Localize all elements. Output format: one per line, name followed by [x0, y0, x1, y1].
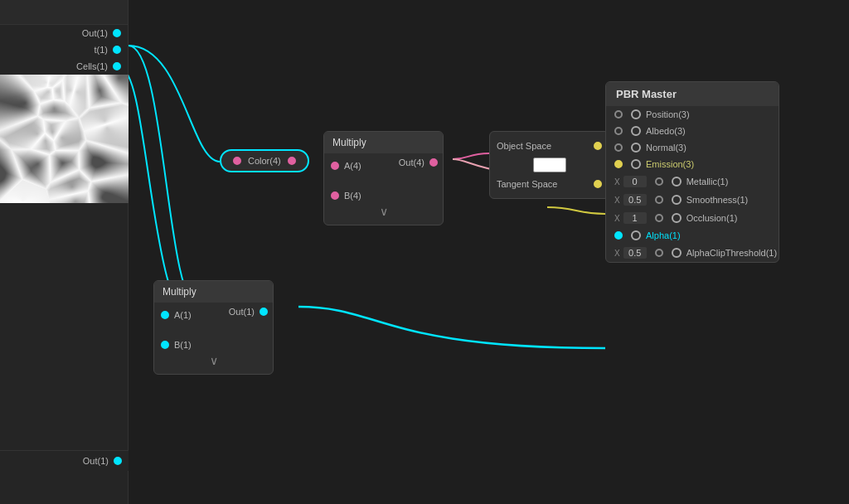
color-swatch[interactable]: [533, 158, 566, 172]
left-panel: Out(1) t(1) Cells(1) (1): [0, 0, 129, 504]
pbr-metallic-input[interactable]: X: [614, 176, 647, 187]
pbr-metallic-port-left[interactable]: [655, 177, 663, 186]
pbr-alphaclip-input[interactable]: X: [614, 247, 647, 259]
t1-port[interactable]: [113, 46, 121, 54]
pbr-albedo-circle[interactable]: [631, 126, 641, 136]
pbr-alpha-circle[interactable]: [631, 230, 641, 240]
pbr-position-label: Position(3): [646, 109, 690, 119]
multiply-bottom-chevron[interactable]: ∨: [154, 352, 273, 369]
multiply-top-b-port[interactable]: [331, 191, 339, 200]
multiply-top-out-row: Out(4): [324, 155, 443, 170]
pbr-emission-port-left[interactable]: [614, 160, 623, 168]
multiply-top-b-label: B(4): [344, 191, 361, 201]
pbr-occlusion-label: Occlusion(1): [686, 213, 738, 223]
bottom-out1-label: Out(1): [83, 456, 109, 466]
bottom-out1-port[interactable]: [114, 457, 122, 465]
pbr-normal-label: Normal(3): [646, 143, 686, 153]
pbr-albedo-label: Albedo(3): [646, 126, 686, 136]
pbr-emission-row: Emission(3): [606, 156, 779, 172]
pbr-occlusion-port-left[interactable]: [655, 214, 663, 222]
multiply-top-b-row: B(4): [324, 188, 443, 203]
pbr-smoothness-row: X Smoothness(1): [606, 191, 779, 209]
out1-label: Out(1): [82, 28, 108, 38]
pbr-smoothness-x: X: [614, 196, 620, 205]
multiply-bottom-out-label: Out(1): [229, 307, 255, 317]
object-space-label: Object Space: [497, 141, 551, 151]
multiply-bottom-b-row: B(1): [154, 337, 273, 352]
pbr-alpha-port-left[interactable]: [614, 231, 623, 240]
pbr-master-header: PBR Master: [606, 82, 779, 106]
multiply-top-out-port[interactable]: [429, 158, 438, 167]
pbr-smoothness-input[interactable]: X: [614, 194, 647, 206]
multiply-bottom-b-label: B(1): [174, 340, 192, 350]
pbr-albedo-port-left[interactable]: [614, 127, 623, 135]
t1-label: t(1): [95, 45, 109, 55]
preview-canvas: [0, 75, 129, 203]
pbr-alphaclip-port-left[interactable]: [655, 249, 663, 257]
multiply-top-header: Multiply: [324, 132, 443, 153]
pbr-smoothness-value[interactable]: [623, 194, 647, 206]
tangent-space-row: Tangent Space: [490, 175, 609, 193]
tangent-space-label: Tangent Space: [497, 179, 557, 189]
object-space-port[interactable]: [594, 142, 602, 150]
pbr-albedo-row: Albedo(3): [606, 123, 779, 139]
normal-map-node: Object Space Tangent Space: [489, 131, 609, 199]
bottom-left-node: Out(1): [0, 450, 129, 471]
color-node[interactable]: Color(4): [220, 149, 309, 172]
pbr-metallic-x: X: [614, 177, 620, 187]
pbr-occlusion-circle[interactable]: [672, 213, 682, 223]
normal-map-body: Object Space Tangent Space: [490, 132, 609, 198]
pbr-smoothness-port-left[interactable]: [655, 196, 663, 204]
node-editor-canvas: Out(1) t(1) Cells(1) (1) Color(4) Multip…: [0, 0, 849, 504]
pbr-alphaclip-value[interactable]: [623, 247, 647, 259]
pbr-alphaclip-label: AlphaClipThreshold(1): [686, 248, 777, 258]
multiply-bottom-out-port[interactable]: [260, 308, 268, 316]
multiply-bottom-out-row: Out(1): [154, 304, 273, 319]
multiply-top-node: Multiply A(4) Out(4) B(4) ∨: [323, 131, 444, 225]
color-swatch-row: [490, 155, 609, 175]
cells1-port[interactable]: [113, 62, 121, 70]
pbr-emission-circle[interactable]: [631, 159, 641, 169]
pbr-metallic-value[interactable]: [623, 176, 647, 187]
out1-port[interactable]: [113, 29, 121, 37]
pbr-position-port-left[interactable]: [614, 110, 623, 119]
multiply-top-out-label: Out(4): [399, 158, 424, 167]
multiply-bottom-b-port[interactable]: [161, 341, 169, 349]
pbr-alphaclip-circle[interactable]: [672, 248, 682, 258]
color-label: Color(4): [248, 156, 281, 166]
color-port-left[interactable]: [233, 157, 241, 165]
multiply-top-chevron[interactable]: ∨: [324, 203, 443, 220]
pbr-normal-circle[interactable]: [631, 143, 641, 153]
pbr-occlusion-input[interactable]: X: [614, 212, 647, 224]
object-space-row: Object Space: [490, 137, 609, 155]
pbr-alphaclip-row: X AlphaClipThreshold(1): [606, 244, 779, 262]
pbr-alphaclip-x: X: [614, 249, 620, 258]
pbr-metallic-row: X Metallic(1): [606, 172, 779, 191]
color-port-right[interactable]: [288, 157, 296, 165]
multiply-top-body: A(4) Out(4) B(4) ∨: [324, 153, 443, 225]
pbr-emission-label: Emission(3): [646, 159, 694, 169]
tangent-space-port[interactable]: [594, 180, 602, 188]
pbr-normal-row: Normal(3): [606, 139, 779, 156]
cells1-label: Cells(1): [76, 61, 108, 71]
multiply-bottom-body: A(1) Out(1) B(1) ∨: [154, 303, 273, 374]
pbr-position-circle[interactable]: [631, 109, 641, 119]
pbr-metallic-circle[interactable]: [672, 177, 682, 187]
left-panel-row-t1: t(1): [0, 41, 128, 58]
texture-preview: [0, 75, 129, 203]
pbr-alpha-label: Alpha(1): [646, 230, 681, 240]
left-panel-row-cells1: Cells(1): [0, 58, 128, 75]
multiply-bottom-node: Multiply A(1) Out(1) B(1) ∨: [153, 280, 274, 375]
pbr-normal-port-left[interactable]: [614, 143, 623, 152]
pbr-smoothness-circle[interactable]: [672, 195, 682, 205]
pbr-occlusion-x: X: [614, 214, 620, 223]
pbr-position-row: Position(3): [606, 106, 779, 123]
pbr-smoothness-label: Smoothness(1): [686, 195, 749, 205]
pbr-alpha-row: Alpha(1): [606, 227, 779, 244]
pbr-occlusion-row: X Occlusion(1): [606, 209, 779, 227]
pbr-occlusion-value[interactable]: [623, 212, 647, 224]
pbr-metallic-label: Metallic(1): [686, 177, 729, 187]
multiply-bottom-header: Multiply: [154, 281, 273, 303]
left-panel-row-out1: Out(1): [0, 25, 128, 41]
pbr-master-node: PBR Master Position(3) Albedo(3) Normal(…: [605, 81, 779, 263]
